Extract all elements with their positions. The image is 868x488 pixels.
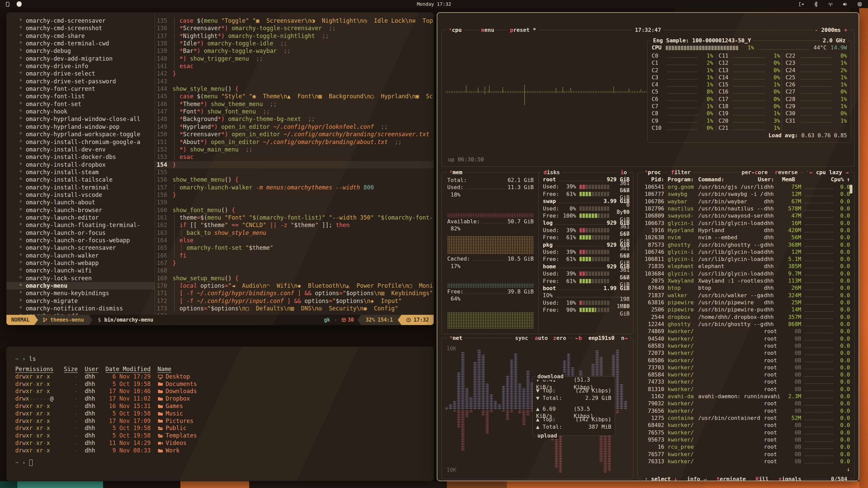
tree-item[interactable]: *omarchy-install-vscode [6,191,155,199]
dir-name[interactable]: Downloads [158,388,434,395]
process-row[interactable]: 106809 swayosd- /usr/bin/swayosd-server … [638,212,854,219]
process-row[interactable]: 106673 glycin-i /usr/lib/glycin-loaders … [638,220,854,227]
tree-item[interactable]: *omarchy-launch-editor [6,214,155,221]
disks-title[interactable]: disks [541,169,562,176]
tree-item[interactable]: *omarchy-install-steam [6,168,155,176]
proc-key-hints[interactable]: ↑ select ↓ info ↵ terminate Kill signals [643,475,803,481]
process-row[interactable]: 2544 dropbox /home/dhh/.dropbox-dist dhh… [638,313,854,321]
process-row[interactable]: 72073 kworker/ root 0B 0.0 [638,349,854,357]
dir-name[interactable]: Pictures [158,418,434,425]
tree-item[interactable]: *omarchy-launch-webapp [6,259,155,267]
tree-item[interactable]: *omarchy-drive-info [6,62,155,70]
dir-name[interactable]: Public [158,425,434,432]
prompt-line[interactable]: ~ › [15,459,434,467]
process-row[interactable]: 106746 glycin-i /usr/lib/glycin-loaders … [638,248,854,256]
tree-item[interactable]: *omarchy-font-current [6,85,155,93]
tree-item[interactable]: *omarchy-migrate [6,297,155,305]
dir-name[interactable]: Desktop [158,373,434,381]
process-row[interactable]: 74733 kworker/ root 0B 0.0 [638,378,854,385]
dir-name[interactable]: Work [158,447,434,454]
git-branch[interactable]: themes-menu [38,315,88,325]
process-row[interactable]: 2506 pipewire /usr/bin/pipewire-pulse dh… [638,306,854,313]
tree-item[interactable]: *omarchy-notification-dismiss [6,305,155,312]
tree-item[interactable]: *omarchy-font-list [6,93,155,100]
process-row[interactable]: 1162 avahi-da avahi-daemon: running [ av… [638,393,854,400]
tree-item[interactable]: *omarchy-drive-select [6,70,155,77]
bluetooth-icon[interactable] [813,1,819,7]
process-row[interactable]: 106811 glycin-i /usr/lib/glycin-loaders … [638,256,854,263]
screenshare-icon[interactable] [798,1,804,7]
tree-item[interactable]: *omarchy-debug [6,47,155,55]
tree-item[interactable]: *omarchy-launch-wifi [6,267,155,274]
preset-button[interactable]: preset * [508,26,538,34]
process-row[interactable]: 71835 elephant elephant dhh 385M 0.0 [638,263,854,270]
tree-item[interactable]: *omarchy-launch-screensaver [6,244,155,251]
process-row[interactable]: 106786 waybar /usr/bin/waybar dhh 67M 0.… [638,198,854,205]
process-row[interactable]: 87573 ghostty /usr/bin/ghostty --gtk- dh… [638,241,854,248]
tree-item[interactable]: *omarchy-lock-screen [6,274,155,282]
tree-item[interactable]: *omarchy-cmd-screensaver [6,17,155,24]
dir-name[interactable]: Music [158,410,434,418]
network-icon[interactable] [828,1,833,7]
cpu-icon[interactable] [857,1,863,7]
process-row[interactable]: 103684 glycin-i /usr/lib/glycin-loaders … [638,270,854,277]
tree-item[interactable]: *omarchy-launch-floating-terminal- [6,221,155,229]
net-auto-toggle[interactable]: auto [533,334,550,342]
process-row[interactable]: 71837 walker /usr/bin/walker --gappl dhh… [638,292,854,299]
tree-item[interactable]: *omarchy-drive-set-password [6,78,155,85]
tree-item[interactable]: *omarchy-install-dropbox [6,161,155,168]
io-mode-toggle[interactable]: io [618,169,629,176]
tree-item[interactable]: *omarchy-install-docker-dbs [6,153,155,161]
dir-name[interactable]: Documents [158,381,434,388]
process-row[interactable]: 76577 kworker/ root 0B 0.0 [638,451,854,458]
tree-item[interactable]: *omarchy-cmd-screenshot [6,24,155,32]
tree-item[interactable]: *omarchy-dev-add-migration [6,55,155,62]
sort-column-switcher[interactable]: ← cpu lazy → [807,169,851,176]
process-row[interactable]: 12244 ghostty /usr/bin/ghostty --gtk- dh… [638,321,854,328]
process-row[interactable]: 106777 swaybg /usr/bin/swaybg -i /hom dh… [638,190,854,198]
process-row[interactable]: 94540 kworker/ root 0B 0.0 [638,335,854,342]
process-row[interactable]: 76313 kworker/ root 0B 0.0 [638,458,854,465]
tree-item[interactable]: *omarchy-hook [6,108,155,115]
tree-item[interactable]: *omarchy-menu-keybindings [6,289,155,297]
terminal-window[interactable]: ~ › ls Permissions Size User Date Modifi… [6,346,434,481]
omarchy-logo-icon[interactable] [5,1,11,7]
reverse-toggle[interactable]: reverse [773,169,800,176]
tree-item[interactable]: *omarchy-launch-or-focus-webapp [6,237,155,244]
tree-item[interactable]: *omarchy-launch-walker [6,252,155,259]
process-row[interactable]: 79032 kworker/ root 0B 0.0 [638,400,854,407]
menu-button[interactable]: menu [479,26,496,34]
process-row[interactable]: 1916 Hyprland Hyprland dhh 420M 0.0 [638,227,854,234]
process-row[interactable]: 16 rcu_pree root 0B 0.0 [638,443,854,450]
tree-item[interactable]: *omarchy-menu [6,282,155,289]
tree-item[interactable]: *omarchy-hyprland-workspace-toggle [6,130,155,138]
process-row[interactable]: 63816 pipewire /usr/bin/pipewire dhh 25M… [638,299,854,306]
dir-name[interactable]: Games [158,403,434,410]
volume-icon[interactable] [842,1,848,7]
tree-item[interactable]: *omarchy-install-tailscale [6,176,155,183]
update-interval[interactable]: - 2000ms + [813,26,849,34]
process-row[interactable]: 102796 nautilus /usr/bin/nautilus --new … [638,205,854,212]
net-sync-toggle[interactable]: sync [513,334,530,342]
workspace-active[interactable] [17,1,22,7]
tree-item[interactable]: *omarchy-cmd-terminal-cwd [6,40,155,47]
filter-button[interactable]: filter [669,169,693,176]
tree-item[interactable]: *omarchy-install-chromium-google-a [6,138,155,146]
process-row[interactable]: 73656 kworker/ root 0B 0.0 [638,407,854,414]
process-row[interactable]: 106541 org.gnom /usr/bin/gjs /usr/lib/o … [638,183,854,190]
code-editor[interactable]: 135│ case $(menu "Toggle" "▣ Screensaver… [155,13,434,316]
tree-item[interactable]: *omarchy-font-set [6,100,155,108]
net-interface-switcher[interactable]: ←b enp191s0 n→ [573,334,630,342]
process-row[interactable]: 73703 kworker/ root 0B 0.0 [638,364,854,371]
process-row[interactable]: 81310 kworker/ root 0B 0.0 [638,386,854,393]
process-row[interactable]: 68583 kworker/ root 0B 0.0 [638,342,854,349]
dir-name[interactable]: Dropbox [158,395,434,403]
tree-item[interactable]: *omarchy-launch-about [6,199,155,206]
tree-item[interactable]: *omarchy-hyprland-window-pop [6,123,155,130]
process-row[interactable]: 76575 kworker/ root 0B 0.0 [638,429,854,436]
process-row[interactable]: 2075 Xwayland Xwayland :1 -rootless - dh… [638,277,854,284]
tree-item[interactable]: *omarchy-hyprland-window-close-all [6,115,155,123]
scrollbar-thumb[interactable] [850,185,852,194]
tree-item[interactable]: *omarchy-launch-or-focus [6,229,155,237]
net-zero-toggle[interactable]: zero [551,334,568,342]
